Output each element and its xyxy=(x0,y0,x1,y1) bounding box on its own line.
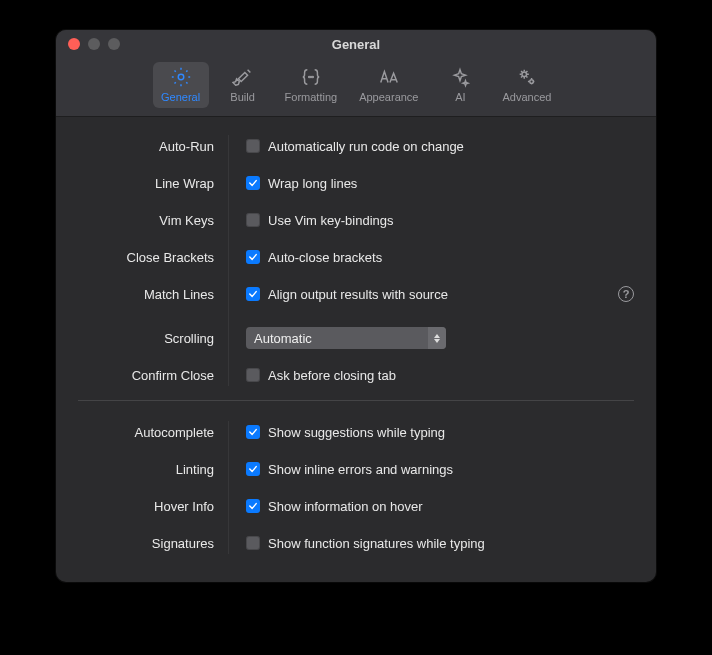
window-controls xyxy=(68,38,120,50)
checkbox-label: Show information on hover xyxy=(268,499,423,514)
section-editor: Auto-Run Automatically run code on chang… xyxy=(78,135,634,386)
tab-label: Advanced xyxy=(502,91,551,103)
tab-formatting[interactable]: Formatting xyxy=(277,62,346,108)
checkbox-label: Wrap long lines xyxy=(268,176,357,191)
checkbox-matchlines[interactable] xyxy=(246,287,260,301)
zoom-icon[interactable] xyxy=(108,38,120,50)
checkbox-label: Show suggestions while typing xyxy=(268,425,445,440)
label-matchlines: Match Lines xyxy=(78,283,228,305)
tab-build[interactable]: Build xyxy=(215,62,271,108)
svg-point-4 xyxy=(522,72,527,77)
updown-arrows-icon xyxy=(428,327,446,349)
checkbox-confirmclose[interactable] xyxy=(246,368,260,382)
titlebar: General xyxy=(56,30,656,58)
braces-icon xyxy=(300,66,322,88)
select-scrolling[interactable]: Automatic xyxy=(246,327,446,349)
svg-point-3 xyxy=(312,77,313,78)
label-closebrackets: Close Brackets xyxy=(78,246,228,268)
tab-label: Formatting xyxy=(285,91,338,103)
label-scrolling: Scrolling xyxy=(78,327,228,349)
checkbox-vimkeys[interactable] xyxy=(246,213,260,227)
minimize-icon[interactable] xyxy=(88,38,100,50)
divider xyxy=(78,400,634,401)
label-linting: Linting xyxy=(78,458,228,480)
label-signatures: Signatures xyxy=(78,532,228,554)
checkbox-linting[interactable] xyxy=(246,462,260,476)
checkbox-label: Use Vim key-bindings xyxy=(268,213,393,228)
label-hoverinfo: Hover Info xyxy=(78,495,228,517)
window-title: General xyxy=(332,37,380,52)
content: Auto-Run Automatically run code on chang… xyxy=(56,117,656,582)
close-icon[interactable] xyxy=(68,38,80,50)
svg-point-5 xyxy=(530,80,534,84)
checkbox-label: Align output results with source xyxy=(268,287,448,302)
checkbox-label: Auto-close brackets xyxy=(268,250,382,265)
checkbox-label: Show function signatures while typing xyxy=(268,536,485,551)
checkbox-linewrap[interactable] xyxy=(246,176,260,190)
checkbox-label: Show inline errors and warnings xyxy=(268,462,453,477)
sparkle-icon xyxy=(449,66,471,88)
select-value: Automatic xyxy=(254,331,312,346)
label-autorun: Auto-Run xyxy=(78,135,228,157)
tab-label: General xyxy=(161,91,200,103)
label-confirmclose: Confirm Close xyxy=(78,364,228,386)
svg-point-0 xyxy=(178,74,184,80)
label-autocomplete: Autocomplete xyxy=(78,421,228,443)
checkbox-label: Ask before closing tab xyxy=(268,368,396,383)
label-vimkeys: Vim Keys xyxy=(78,209,228,231)
help-icon[interactable]: ? xyxy=(618,286,634,302)
font-icon xyxy=(378,66,400,88)
section-intelligence: Autocomplete Show suggestions while typi… xyxy=(78,421,634,554)
checkbox-autorun[interactable] xyxy=(246,139,260,153)
preferences-window: General General Build Formatting Appeara… xyxy=(56,30,656,582)
toolbar: General Build Formatting Appearance AI A… xyxy=(56,58,656,117)
checkbox-hoverinfo[interactable] xyxy=(246,499,260,513)
tab-label: Build xyxy=(230,91,254,103)
checkbox-autocomplete[interactable] xyxy=(246,425,260,439)
tab-label: Appearance xyxy=(359,91,418,103)
gears-icon xyxy=(516,66,538,88)
checkbox-label: Automatically run code on change xyxy=(268,139,464,154)
checkbox-closebrackets[interactable] xyxy=(246,250,260,264)
tab-general[interactable]: General xyxy=(153,62,209,108)
tab-appearance[interactable]: Appearance xyxy=(351,62,426,108)
svg-point-1 xyxy=(309,77,310,78)
tab-label: AI xyxy=(455,91,465,103)
tab-advanced[interactable]: Advanced xyxy=(494,62,559,108)
gear-icon xyxy=(170,66,192,88)
label-linewrap: Line Wrap xyxy=(78,172,228,194)
checkbox-signatures[interactable] xyxy=(246,536,260,550)
tab-ai[interactable]: AI xyxy=(432,62,488,108)
tools-icon xyxy=(232,66,254,88)
svg-point-2 xyxy=(310,77,311,78)
